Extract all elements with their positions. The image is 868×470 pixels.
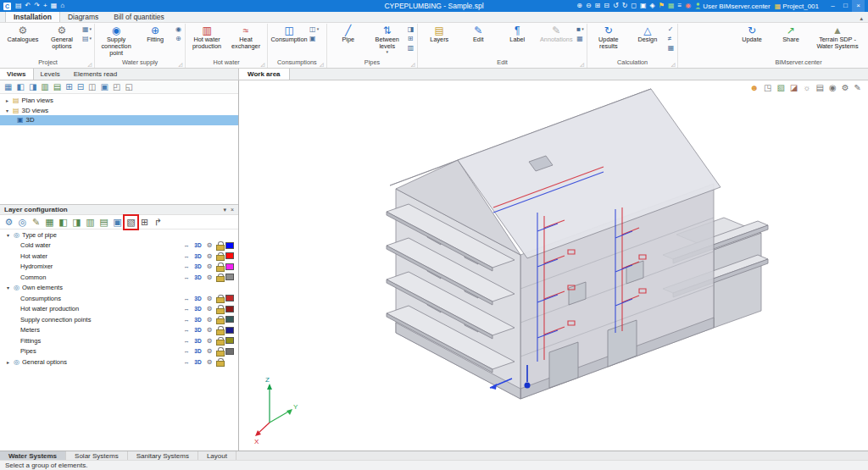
expand-arrow-icon[interactable]: ▸ xyxy=(4,97,10,103)
layer-row[interactable]: ◎ Hot water ↔ 3D ⚙ xyxy=(0,251,238,262)
layer-settings-icon[interactable]: ⚙ xyxy=(205,358,214,366)
layer-fit-icon[interactable]: ↔ xyxy=(182,252,191,260)
quick-access-icon[interactable]: ↶ xyxy=(25,0,31,12)
titlebar-tool-icon[interactable]: ▦ xyxy=(668,0,675,12)
between-levels-button[interactable]: ⇅ Between levels ▾ xyxy=(369,24,406,54)
layer-lock-icon[interactable] xyxy=(216,358,223,366)
views-tool-icon[interactable]: ◱ xyxy=(125,81,132,93)
layer-row[interactable]: ◎ Meters ↔ 3D ⚙ xyxy=(0,325,238,336)
layer-lock-icon[interactable] xyxy=(216,347,223,355)
layer-row[interactable]: ◎ Hydromixer ↔ 3D ⚙ xyxy=(0,262,238,273)
tab-elements-read[interactable]: Elements read xyxy=(67,69,125,80)
label-button[interactable]: ¶ Label xyxy=(498,24,536,43)
tab-water-systems[interactable]: Water Systems xyxy=(0,451,66,460)
tab-bill-of-quantities[interactable]: Bill of quantities xyxy=(106,12,172,22)
dialog-launcher-icon[interactable]: ◿ xyxy=(671,61,676,67)
aux-tool-button[interactable]: ◫▾ xyxy=(309,25,319,33)
layer-tool-icon[interactable]: ▥ xyxy=(85,217,96,228)
expand-arrow-icon[interactable]: ▸ xyxy=(5,359,11,365)
titlebar-tool-icon[interactable]: ⊟ xyxy=(604,0,609,12)
viewport-tool-icon[interactable]: ◳ xyxy=(764,83,771,93)
views-tool-icon[interactable]: ▦ xyxy=(4,81,12,93)
layer-lock-icon[interactable] xyxy=(216,252,223,260)
layer-lock-icon[interactable] xyxy=(216,274,223,281)
layer-fit-icon[interactable]: ↔ xyxy=(182,337,191,345)
tab-views[interactable]: Views xyxy=(0,69,34,80)
titlebar-tool-icon[interactable]: ◉ xyxy=(685,0,691,12)
work-area-viewport[interactable]: ☻◳▧◪☼▤◉⚙✎ xyxy=(239,80,868,451)
layer-lock-icon[interactable] xyxy=(216,305,223,312)
layer-3d-toggle[interactable]: 3D xyxy=(193,317,203,323)
layer-tool-icon[interactable]: ▧ xyxy=(125,217,136,228)
layer-tool-icon[interactable]: ▦ xyxy=(44,217,55,228)
layer-settings-icon[interactable]: ⚙ xyxy=(205,347,214,355)
layer-lock-icon[interactable] xyxy=(216,295,223,302)
titlebar-tool-icon[interactable]: ⊞ xyxy=(595,0,601,12)
ribbon-collapse-icon[interactable]: ▴ xyxy=(854,15,868,22)
terrain-sdp-button[interactable]: ▲ Terrain SDP - Water Systems xyxy=(811,24,864,50)
views-tool-icon[interactable]: ◰ xyxy=(113,81,120,93)
layer-settings-icon[interactable]: ⚙ xyxy=(205,337,214,345)
views-tool-icon[interactable]: ◫ xyxy=(88,81,96,93)
titlebar-tool-icon[interactable]: ≡ xyxy=(678,0,682,12)
layer-row[interactable]: ◎ Supply connection points ↔ 3D ⚙ xyxy=(0,314,238,325)
building-3d-model[interactable]: Z Y X xyxy=(239,80,868,451)
layer-tool-icon[interactable]: ↱ xyxy=(153,217,164,228)
layer-3d-toggle[interactable]: 3D xyxy=(193,296,203,301)
layer-3d-toggle[interactable]: 3D xyxy=(193,274,203,280)
titlebar-tool-icon[interactable]: ↻ xyxy=(622,0,628,12)
tree-item-3d-selected[interactable]: ▣ 3D xyxy=(0,115,238,125)
titlebar-tool-icon[interactable]: ⚑ xyxy=(659,0,665,12)
layer-fit-icon[interactable]: ↔ xyxy=(182,326,191,334)
quick-access-icon[interactable]: ▦ xyxy=(51,0,58,12)
views-tool-icon[interactable]: ▥ xyxy=(41,81,48,93)
edit-button[interactable]: ✎ Edit xyxy=(459,24,497,43)
aux-tool-button[interactable]: ▥ xyxy=(408,44,415,52)
layer-color-swatch[interactable] xyxy=(225,242,234,249)
tab-layout[interactable]: Layout xyxy=(198,451,236,460)
layer-tool-icon[interactable]: ▣ xyxy=(112,217,123,228)
layer-row[interactable]: ◎ Common ↔ 3D ⚙ xyxy=(0,272,238,283)
layer-lock-icon[interactable] xyxy=(216,263,223,270)
layer-color-swatch[interactable] xyxy=(225,263,234,270)
layer-color-swatch[interactable] xyxy=(225,274,234,280)
layers-button[interactable]: ▤ Layers xyxy=(420,24,458,43)
layer-row[interactable]: ◎ Hot water production ↔ 3D ⚙ xyxy=(0,304,238,315)
aux-tool-button[interactable]: ▦▾ xyxy=(82,25,92,33)
layer-row[interactable]: ◎ Fittings ↔ 3D ⚙ xyxy=(0,335,238,346)
views-tool-icon[interactable]: ⊟ xyxy=(77,81,84,93)
consumption-button[interactable]: ◫ Consumption xyxy=(270,24,308,43)
close-button[interactable]: × xyxy=(852,0,865,12)
update-button[interactable]: ↻ Update xyxy=(733,24,771,43)
layer-fit-icon[interactable]: ↔ xyxy=(182,295,191,302)
layer-color-swatch[interactable] xyxy=(225,252,234,259)
layer-settings-icon[interactable]: ⚙ xyxy=(205,241,214,249)
layer-settings-icon[interactable]: ⚙ xyxy=(205,263,214,270)
share-button[interactable]: ↗ Share xyxy=(772,24,810,43)
views-tool-icon[interactable]: ◨ xyxy=(29,81,36,93)
layer-settings-icon[interactable]: ⚙ xyxy=(205,305,214,312)
dialog-launcher-icon[interactable]: ◿ xyxy=(411,61,415,67)
quick-access-icon[interactable]: ↷ xyxy=(34,0,40,12)
quick-access-icon[interactable]: ⌂ xyxy=(60,0,64,12)
layer-settings-icon[interactable]: ⚙ xyxy=(205,316,214,323)
dialog-launcher-icon[interactable]: ◿ xyxy=(320,61,324,67)
annotations-button[interactable]: ✎ Annotations xyxy=(537,24,575,43)
layer-lock-icon[interactable] xyxy=(216,326,223,334)
tab-sanitary-systems[interactable]: Sanitary Systems xyxy=(128,451,198,460)
layer-3d-toggle[interactable]: 3D xyxy=(193,306,203,312)
maximize-button[interactable]: □ xyxy=(839,0,852,12)
aux-tool-button[interactable]: ◉ xyxy=(175,25,182,33)
viewport-tool-icon[interactable]: ☼ xyxy=(803,83,810,93)
supply-connection-point-button[interactable]: ◉ Supply connection point xyxy=(97,24,135,57)
layer-color-swatch[interactable] xyxy=(225,306,234,312)
fitting-button[interactable]: ⊕ Fitting xyxy=(136,24,174,43)
layer-fit-icon[interactable]: ↔ xyxy=(182,263,191,270)
aux-tool-button[interactable]: ✓ xyxy=(668,25,676,33)
layer-3d-toggle[interactable]: 3D xyxy=(193,253,203,259)
titlebar-tool-icon[interactable]: ⊕ xyxy=(576,0,582,12)
design-button[interactable]: △ Design xyxy=(629,24,666,43)
aux-tool-button[interactable]: ◨ xyxy=(408,25,415,33)
dialog-launcher-icon[interactable]: ◿ xyxy=(178,61,182,67)
aux-tool-button[interactable]: ⊕ xyxy=(175,35,182,42)
